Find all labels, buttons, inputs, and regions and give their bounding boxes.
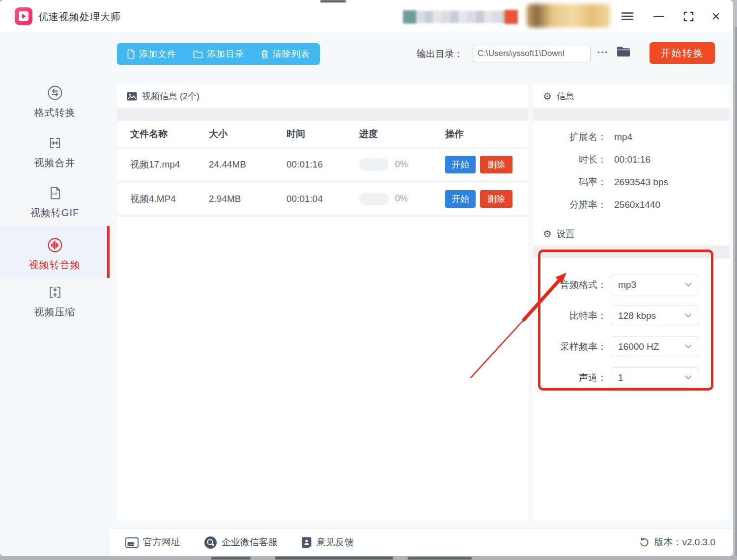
sample-rate-label: 采样频率： [533, 340, 607, 353]
sidebar-item-format-convert[interactable]: 格式转换 [0, 84, 110, 119]
file-name: 视频17.mp4 [130, 157, 184, 172]
format-convert-icon [47, 84, 63, 101]
table-header: 文件名称 大小 时间 进度 操作 [117, 121, 528, 148]
info-fields: 扩展名：mp4 时长：00:01:16 码率：2693543 bps 分辨率：2… [533, 121, 730, 216]
video-merge-icon [47, 135, 63, 151]
section-divider [533, 108, 730, 121]
feedback-icon [301, 536, 312, 549]
app-title: 优速视频处理大师 [38, 10, 121, 24]
section-divider [533, 246, 730, 258]
close-button[interactable]: × [709, 9, 723, 24]
selected-value: 1 [618, 372, 624, 383]
section-divider [117, 108, 528, 121]
col-size: 大小 [209, 128, 286, 140]
open-folder-button[interactable] [616, 45, 631, 60]
settings-fields: 音频格式： mp3 比特率： 128 kbps 采样频率： 16000 HZ [533, 258, 730, 393]
sidebar: 格式转换 视频合并 GIF 视频转GIF 视频转音频 视频压缩 [0, 32, 110, 556]
file-duration: 00:01:04 [286, 194, 359, 204]
gear-icon: ⚙ [543, 228, 552, 240]
video-list-panel: 视频信息 (2个) 文件名称 大小 时间 进度 操作 视频17.mp4 24.4… [117, 84, 528, 521]
sidebar-item-label: 视频压缩 [0, 306, 110, 319]
open-folder-icon [616, 45, 631, 58]
add-directory-label: 添加目录 [207, 48, 244, 60]
video-compress-icon [47, 284, 63, 301]
footer: .com 官方网址 企业微信客服 意见反馈 版本：v2.0.3.0 [110, 528, 733, 556]
add-directory-button[interactable]: 添加目录 [193, 48, 244, 60]
sidebar-item-video-to-audio[interactable]: 视频转音频 [0, 226, 110, 278]
sample-rate-select[interactable]: 16000 HZ [611, 336, 699, 357]
details-panel: ⚙ 信息 扩展名：mp4 时长：00:01:16 码率：2693543 bps … [533, 84, 730, 521]
row-delete-button[interactable]: 删除 [480, 156, 512, 173]
redacted-vip-button[interactable] [527, 4, 610, 28]
browse-more-button[interactable]: ··· [595, 47, 611, 60]
progress-percent: 0% [395, 194, 408, 204]
field-value: mp4 [614, 132, 632, 142]
field-label: 时长： [533, 153, 607, 166]
sidebar-item-label: 格式转换 [0, 106, 110, 119]
wechat-support-label: 企业微信客服 [222, 536, 278, 549]
row-start-button[interactable]: 开始 [445, 156, 476, 173]
file-size: 2.94MB [209, 194, 286, 204]
col-filename: 文件名称 [130, 128, 209, 140]
trash-icon [261, 50, 269, 59]
add-file-label: 添加文件 [139, 48, 176, 60]
audio-format-select[interactable]: mp3 [611, 275, 699, 295]
redacted-badge [505, 10, 518, 24]
field-value: 00:01:16 [614, 154, 651, 165]
field-value: 2693543 bps [614, 177, 668, 188]
official-site-label: 官方网址 [143, 536, 180, 549]
clear-list-button[interactable]: 清除列表 [261, 48, 310, 60]
row-start-button[interactable]: 开始 [445, 190, 476, 208]
add-file-button[interactable]: 添加文件 [127, 48, 176, 60]
field-label: 扩展名： [533, 131, 607, 143]
maximize-button[interactable] [681, 9, 696, 24]
field-label: 码率： [533, 176, 607, 189]
video-to-audio-icon [47, 237, 63, 253]
bitrate-label: 比特率： [533, 309, 607, 322]
background-text-fragment [275, 557, 393, 560]
file-duration: 00:01:16 [286, 159, 359, 170]
chevron-down-icon [685, 375, 692, 380]
chevron-down-icon [685, 344, 692, 349]
settings-section-title: 设置 [557, 228, 574, 240]
sidebar-item-video-compress[interactable]: 视频压缩 [0, 284, 110, 319]
video-info-icon [127, 92, 137, 101]
sidebar-item-label: 视频合并 [0, 156, 110, 169]
close-icon: × [711, 9, 720, 24]
start-convert-button[interactable]: 开始转换 [650, 42, 715, 64]
chevron-down-icon [685, 282, 692, 287]
background-text-fragment [211, 557, 251, 560]
bitrate-select[interactable]: 128 kbps [611, 306, 699, 326]
official-site-link[interactable]: .com 官方网址 [125, 536, 180, 549]
file-icon [127, 49, 135, 59]
background-text-fragment [320, 0, 346, 2]
redacted-promo-banner [403, 10, 518, 24]
menu-button[interactable] [620, 9, 635, 24]
wechat-service-icon [204, 536, 217, 549]
sidebar-item-label: 视频转GIF [0, 206, 110, 220]
progress-bar [359, 158, 389, 171]
col-progress: 进度 [359, 128, 445, 140]
sidebar-item-video-merge[interactable]: 视频合并 [0, 135, 110, 169]
redacted-text [416, 11, 505, 23]
app-window: 优速视频处理大师 × 格式转换 [0, 0, 733, 556]
selected-value: 128 kbps [618, 310, 656, 321]
redacted-icon [403, 10, 416, 24]
field-value: 2560x1440 [614, 199, 660, 210]
version-label: 版本：v2.0.3.0 [654, 536, 715, 549]
file-size: 24.44MB [209, 159, 286, 170]
file-name: 视频4.MP4 [130, 191, 184, 206]
version-refresh[interactable]: 版本：v2.0.3.0 [639, 536, 715, 549]
feedback-link[interactable]: 意见反馈 [301, 536, 354, 549]
video-list-title: 视频信息 (2个) [142, 90, 199, 102]
clear-list-label: 清除列表 [273, 48, 310, 60]
refresh-icon [639, 537, 650, 548]
channels-select[interactable]: 1 [611, 367, 699, 388]
row-delete-button[interactable]: 删除 [480, 190, 512, 208]
sidebar-item-video-to-gif[interactable]: GIF 视频转GIF [0, 185, 110, 220]
output-dir-input[interactable] [473, 45, 591, 62]
wechat-support-link[interactable]: 企业微信客服 [204, 536, 278, 549]
minimize-button[interactable] [652, 9, 666, 24]
table-row: 视频17.mp4 24.44MB 00:01:16 0% 开始 删除 [117, 148, 528, 183]
sidebar-item-label: 视频转音频 [0, 258, 110, 272]
